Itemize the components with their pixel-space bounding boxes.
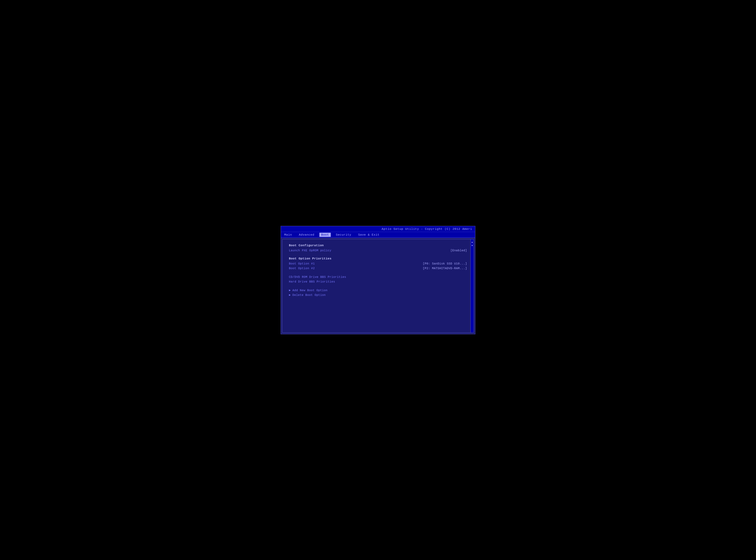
submenu-add-boot-label: Add New Boot Option xyxy=(292,289,328,292)
submenu-harddrive[interactable]: Hard Drive BBS Priorities xyxy=(289,279,467,284)
title-bar: Aptio Setup Utility - Copyright (C) 2012… xyxy=(281,226,475,232)
menu-item-main[interactable]: Main xyxy=(282,233,294,237)
setting-value-pxe[interactable]: [Enabled] xyxy=(450,249,467,252)
setting-row-pxe: Launch PXE OpROM policy [Enabled] xyxy=(289,248,467,253)
bios-window: Aptio Setup Utility - Copyright (C) 2012… xyxy=(281,226,475,334)
menu-item-boot[interactable]: Boot xyxy=(320,233,331,237)
scroll-down-icon: ▼ xyxy=(471,244,473,247)
submenu-add-boot[interactable]: ► Add New Boot Option xyxy=(289,288,467,293)
content-area: Boot Configuration Launch PXE OpROM poli… xyxy=(282,239,474,333)
submenu-harddrive-label: Hard Drive BBS Priorities xyxy=(289,280,335,283)
setting-label-boot2: Boot Option #2 xyxy=(289,267,315,270)
scroll-border: ▲ ▼ xyxy=(470,239,474,333)
submenu-cdvd-label: CD/DVD ROM Drive BBS Priorities xyxy=(289,276,346,279)
delete-boot-arrow-icon: ► xyxy=(289,294,291,297)
menu-bar: Main Advanced Boot Security Save & Exit xyxy=(281,232,475,238)
add-boot-arrow-icon: ► xyxy=(289,289,291,292)
setting-row-boot2: Boot Option #2 [P2: MATSHITADVD-RAM...] xyxy=(289,266,467,271)
section-boot-config-heading: Boot Configuration xyxy=(289,244,467,247)
scroll-up-icon: ▲ xyxy=(471,241,473,243)
menu-item-advanced[interactable]: Advanced xyxy=(297,233,316,237)
section-boot-priorities-heading: Boot Option Priorities xyxy=(289,257,467,260)
submenu-delete-boot[interactable]: ► Delete Boot Option xyxy=(289,293,467,298)
screen-container: Aptio Setup Utility - Copyright (C) 2012… xyxy=(279,224,477,336)
title-text: Aptio Setup Utility - Copyright (C) 2012… xyxy=(382,227,472,231)
submenu-cdvd[interactable]: CD/DVD ROM Drive BBS Priorities xyxy=(289,275,467,279)
submenu-delete-boot-label: Delete Boot Option xyxy=(292,294,326,297)
menu-item-save-exit[interactable]: Save & Exit xyxy=(356,233,381,237)
menu-item-security[interactable]: Security xyxy=(334,233,353,237)
setting-value-boot2[interactable]: [P2: MATSHITADVD-RAM...] xyxy=(423,267,467,270)
setting-label-pxe: Launch PXE OpROM policy xyxy=(289,249,331,252)
setting-value-boot1[interactable]: [P0: SanDisk SSD U10...] xyxy=(423,262,467,265)
setting-label-boot1: Boot Option #1 xyxy=(289,262,315,265)
setting-row-boot1: Boot Option #1 [P0: SanDisk SSD U10...] xyxy=(289,261,467,266)
